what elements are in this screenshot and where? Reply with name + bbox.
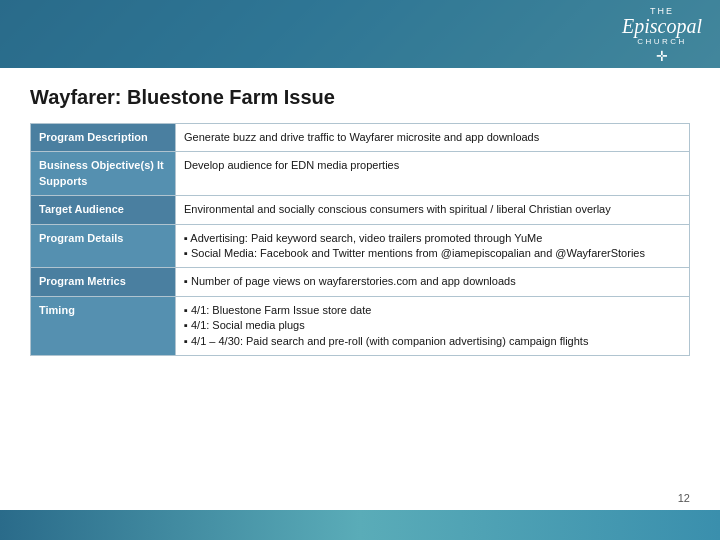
row-label: Program Details bbox=[31, 224, 176, 268]
logo-cross: ✛ bbox=[622, 48, 702, 64]
table-row: Timing▪ 4/1: Bluestone Farm Issue store … bbox=[31, 296, 690, 355]
row-label: Program Metrics bbox=[31, 268, 176, 296]
logo: THE Episcopal CHURCH ✛ bbox=[622, 6, 702, 64]
logo-episcopal: Episcopal bbox=[622, 16, 702, 36]
row-value: ▪ Number of page views on wayfarerstorie… bbox=[176, 268, 690, 296]
row-value: ▪ 4/1: Bluestone Farm Issue store date▪ … bbox=[176, 296, 690, 355]
table-row: Program Details▪ Advertising: Paid keywo… bbox=[31, 224, 690, 268]
row-label: Timing bbox=[31, 296, 176, 355]
row-value: Develop audience for EDN media propertie… bbox=[176, 152, 690, 196]
row-value: Generate buzz and drive traffic to Wayfa… bbox=[176, 124, 690, 152]
table-row: Program Metrics▪ Number of page views on… bbox=[31, 268, 690, 296]
row-label: Program Description bbox=[31, 124, 176, 152]
info-table: Program DescriptionGenerate buzz and dri… bbox=[30, 123, 690, 356]
bottom-banner bbox=[0, 510, 720, 540]
main-content: Wayfarer: Bluestone Farm Issue Program D… bbox=[0, 68, 720, 366]
row-value: ▪ Advertising: Paid keyword search, vide… bbox=[176, 224, 690, 268]
top-banner: THE Episcopal CHURCH ✛ bbox=[0, 0, 720, 68]
table-row: Target AudienceEnvironmental and sociall… bbox=[31, 196, 690, 224]
logo-church: CHURCH bbox=[622, 37, 702, 46]
page-title: Wayfarer: Bluestone Farm Issue bbox=[30, 86, 690, 109]
table-row: Business Objective(s) It SupportsDevelop… bbox=[31, 152, 690, 196]
page-number: 12 bbox=[678, 492, 690, 504]
row-label: Target Audience bbox=[31, 196, 176, 224]
row-label: Business Objective(s) It Supports bbox=[31, 152, 176, 196]
row-value: Environmental and socially conscious con… bbox=[176, 196, 690, 224]
table-row: Program DescriptionGenerate buzz and dri… bbox=[31, 124, 690, 152]
